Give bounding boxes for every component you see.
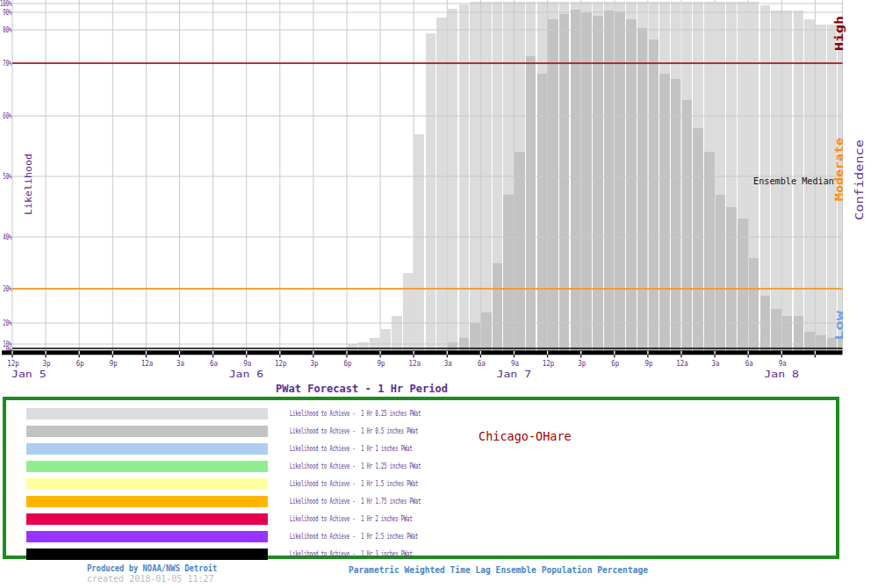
- legend-label: Likelihood to Achieve - 1 Hr 1.25 inches…: [290, 462, 421, 470]
- axis-tick-white: [647, 351, 648, 355]
- likelihood-bar-05: [726, 207, 737, 352]
- axis-tick-stub: [146, 355, 147, 357]
- footer-produced-by: Produced by NOAA/NWS Detroit: [87, 563, 217, 573]
- axis-tick-white: [246, 351, 247, 355]
- likelihood-bar-05: [604, 11, 615, 351]
- likelihood-bar-05: [716, 195, 726, 351]
- axis-tick-stub: [46, 355, 47, 357]
- likelihood-bar-05: [548, 19, 558, 351]
- legend-label: Likelihood to Achieve - 1 Hr 1.75 inches…: [290, 497, 421, 506]
- x-tick-label: 3a: [176, 359, 184, 368]
- y-tick-label: 40%: [3, 233, 11, 241]
- axis-tick-stub: [514, 355, 515, 357]
- footer-created-timestamp: created 2018-01-05 11:27: [87, 574, 214, 584]
- x-date-label: Jan 5: [11, 369, 47, 380]
- axis-tick-stub: [11, 355, 12, 357]
- likelihood-bar-05: [659, 74, 670, 351]
- x-tick-label: 12p: [7, 359, 19, 368]
- likelihood-bar-05: [682, 100, 693, 351]
- y-tick-label: 70%: [3, 60, 11, 68]
- likelihood-bar-05: [626, 19, 637, 351]
- pwat-chart-svg: 0%10%20%30%40%50%60%70%80%90%100%12p3p6p…: [0, 0, 878, 397]
- axis-tick-white: [514, 351, 515, 355]
- legend-swatch: [26, 531, 268, 542]
- legend-swatch: [26, 549, 268, 560]
- axis-tick-white: [714, 351, 715, 355]
- x-tick-label: 3p: [310, 359, 318, 368]
- axis-tick-stub: [781, 355, 782, 357]
- axis-tick-stub: [179, 355, 180, 357]
- likelihood-bar-05: [771, 309, 781, 351]
- likelihood-bar-05: [503, 195, 514, 351]
- x-tick-label: 9p: [110, 359, 118, 368]
- likelihood-bar-025: [426, 33, 436, 351]
- axis-tick-stub: [748, 355, 749, 357]
- legend-item: Likelihood to Achieve - 1 Hr 1 inches PW…: [6, 440, 836, 457]
- axis-tick-white: [112, 351, 113, 355]
- likelihood-bar-05: [794, 316, 804, 351]
- likelihood-bar-05: [481, 312, 492, 351]
- axis-tick-stub: [414, 355, 414, 357]
- likelihood-bar-05: [537, 74, 548, 351]
- axis-tick-stub: [815, 355, 816, 357]
- x-tick-label: 3a: [444, 359, 452, 368]
- likelihood-bar-05: [493, 263, 503, 352]
- likelihood-bar-025: [348, 344, 358, 351]
- legend-item: Likelihood to Achieve - 1 Hr 1.75 inches…: [6, 492, 836, 510]
- likelihood-bar-025: [358, 342, 369, 351]
- legend-swatch: [26, 461, 268, 472]
- likelihood-bar-025: [816, 25, 826, 351]
- likelihood-bar-025: [392, 316, 402, 351]
- x-tick-label: 6a: [210, 359, 218, 368]
- axis-tick-stub: [680, 355, 681, 357]
- legend-item: Likelihood to Achieve - 1 Hr 0.5 inches …: [6, 422, 836, 440]
- legend-label: Likelihood to Achieve - 1 Hr 2 inches PW…: [290, 514, 413, 523]
- axis-tick-white: [748, 351, 749, 355]
- axis-tick-white: [279, 351, 280, 355]
- x-tick-label: 9p: [644, 359, 652, 368]
- x-tick-label: 3p: [578, 359, 586, 368]
- legend-item: Likelihood to Achieve - 1 Hr 3 inches PW…: [6, 545, 836, 563]
- x-tick-label: 6a: [478, 359, 486, 368]
- legend-label: Likelihood to Achieve - 1 Hr 0.5 inches …: [290, 427, 418, 435]
- likelihood-bar-025: [459, 4, 470, 351]
- x-axis-bar: [2, 350, 843, 357]
- axis-tick-white: [212, 351, 213, 355]
- x-tick-label: 12a: [676, 359, 688, 368]
- likelihood-bar-05: [749, 258, 759, 351]
- y-tick-label: 60%: [3, 112, 11, 120]
- x-date-label: Jan 7: [497, 369, 532, 380]
- axis-tick-white: [614, 351, 615, 355]
- axis-tick-white: [45, 351, 46, 355]
- ensemble-median-label: Ensemble Median: [753, 176, 834, 187]
- pwat-forecast-page: 0%10%20%30%40%50%60%70%80%90%100%12p3p6p…: [0, 0, 878, 588]
- axis-tick-white: [11, 351, 12, 355]
- likelihood-bar-05: [671, 79, 681, 351]
- legend-label: Likelihood to Achieve - 1 Hr 1.5 inches …: [290, 479, 418, 488]
- x-tick-label: 3a: [712, 359, 720, 368]
- y-tick-label: 30%: [3, 285, 11, 293]
- x-date-label: Jan 8: [764, 369, 799, 380]
- axis-tick-white: [346, 351, 347, 355]
- x-tick-label: 6p: [76, 359, 84, 368]
- axis-tick-white: [379, 351, 380, 355]
- likelihood-bar-025: [436, 18, 447, 351]
- axis-tick-white: [815, 351, 816, 355]
- confidence-zone-label: High: [833, 16, 846, 51]
- likelihood-bar-025: [414, 134, 425, 351]
- axis-tick-stub: [480, 355, 481, 357]
- axis-tick-white: [414, 351, 414, 355]
- likelihood-bar-05: [559, 14, 570, 351]
- axis-tick-stub: [580, 355, 581, 357]
- likelihood-bar-025: [381, 329, 392, 351]
- axis-tick-stub: [212, 355, 213, 357]
- y-tick-label: 80%: [3, 26, 11, 34]
- x-tick-label: 9a: [779, 359, 787, 368]
- axis-tick-white: [313, 351, 313, 355]
- likelihood-bar-025: [403, 273, 414, 351]
- y-tick-label: 90%: [3, 9, 11, 17]
- confidence-zone-label: Moderate: [833, 138, 846, 201]
- axis-tick-stub: [715, 355, 716, 357]
- legend-label: Likelihood to Achieve - 1 Hr 3 inches PW…: [290, 549, 413, 558]
- y-axis-label: Likelihood: [24, 154, 33, 215]
